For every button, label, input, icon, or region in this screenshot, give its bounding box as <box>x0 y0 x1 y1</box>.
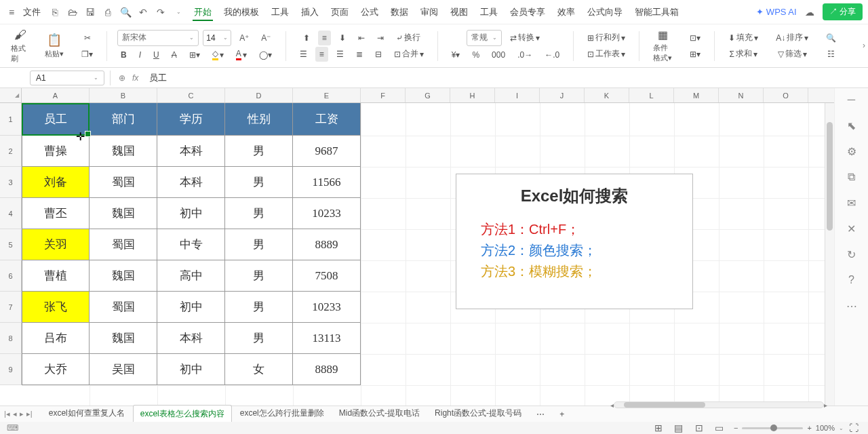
align-bottom-button[interactable]: ⬇ <box>335 31 350 45</box>
align-top-button[interactable]: ⬆ <box>299 31 314 45</box>
select-all-corner[interactable]: ◢ <box>0 88 22 103</box>
data-cell[interactable]: 刘备 <box>22 167 90 198</box>
paste-button[interactable]: 📋粘贴▾ <box>41 31 68 61</box>
data-cell[interactable]: 8889 <box>293 229 361 260</box>
col-header-N[interactable]: N <box>719 88 764 102</box>
header-cell[interactable]: 性别 <box>225 103 293 136</box>
sheet-tab[interactable]: Right函数公式-提取号码 <box>428 405 528 423</box>
header-cell[interactable]: 工资 <box>293 103 361 136</box>
cond-format-button[interactable]: ▦条件格式▾ <box>649 31 676 61</box>
indent-decrease-button[interactable]: ⇤ <box>354 31 369 45</box>
data-cell[interactable]: 13113 <box>293 323 361 354</box>
sum-button[interactable]: Σ 求和▾ <box>725 47 761 62</box>
menu-视图[interactable]: 视图 <box>449 3 469 21</box>
redo-icon[interactable]: ↷ <box>155 6 167 18</box>
cursor-icon[interactable]: ⬉ <box>844 118 859 133</box>
zoom-slider[interactable] <box>742 427 803 429</box>
data-cell[interactable]: 本科 <box>157 323 225 354</box>
cell-style-button[interactable]: ⊡▾ <box>686 31 705 45</box>
share-button[interactable]: ↗ 分享 <box>823 3 863 20</box>
fx-icon[interactable]: fx <box>132 73 138 83</box>
data-cell[interactable]: 女 <box>225 354 293 385</box>
font-family-select[interactable]: 新宋体⌄ <box>117 30 199 46</box>
data-cell[interactable]: 男 <box>225 229 293 260</box>
font-size-select[interactable]: 14⌄ <box>203 30 231 46</box>
strike-button[interactable]: A <box>167 47 181 62</box>
sheet-tab[interactable]: excel如何查重复人名 <box>42 405 132 423</box>
name-box[interactable]: A1⌄ <box>30 71 104 85</box>
new-icon[interactable]: ⎘ <box>49 6 61 18</box>
print-icon[interactable]: ⎙ <box>102 6 114 18</box>
find-button[interactable]: 🔍 <box>822 31 840 45</box>
formula-input[interactable]: 员工 <box>144 72 861 84</box>
vertical-scrollbar[interactable] <box>825 103 834 410</box>
more-panel-icon[interactable]: ⋯ <box>844 298 859 313</box>
data-cell[interactable]: 男 <box>225 136 293 167</box>
row-header-4[interactable]: 4 <box>0 198 22 229</box>
fullscreen-icon[interactable]: ⛶ <box>848 422 860 434</box>
horizontal-scrollbar[interactable]: ◂ ▸ <box>610 400 827 410</box>
row-header-3[interactable]: 3 <box>0 167 22 198</box>
data-cell[interactable]: 初中 <box>157 292 225 323</box>
row-header-8[interactable]: 8 <box>0 323 22 354</box>
cut-button[interactable]: ✂ <box>80 31 95 45</box>
row-header-5[interactable]: 5 <box>0 229 22 260</box>
merge-button[interactable]: ⊡合并▾ <box>390 47 428 62</box>
spreadsheet-grid[interactable]: ◢ ABCDEFGHIJKLMNO 123456789 员工部门学历性别工资曹操… <box>0 88 834 410</box>
data-cell[interactable]: 张飞 <box>22 292 90 323</box>
floating-text-box[interactable]: Excel如何搜索方法1：Ctrl+F；方法2：颜色搜索；方法3：模糊搜索； <box>456 174 693 309</box>
header-cell[interactable]: 学历 <box>157 103 225 136</box>
col-header-C[interactable]: C <box>157 88 225 102</box>
comma-button[interactable]: 000 <box>488 47 509 62</box>
table-style-button[interactable]: ⊞▾ <box>686 47 705 62</box>
indent-increase-button[interactable]: ⇥ <box>373 31 388 45</box>
history-icon[interactable]: ↻ <box>844 247 859 262</box>
align-right-button[interactable]: ☰ <box>332 47 348 62</box>
data-cell[interactable]: 蜀国 <box>90 167 157 198</box>
italic-button[interactable]: I <box>135 47 145 62</box>
data-cell[interactable]: 魏国 <box>90 198 157 229</box>
rowcol-button[interactable]: ⊞ 行和列▾ <box>583 31 629 45</box>
data-cell[interactable]: 11566 <box>293 167 361 198</box>
clear-format-button[interactable]: ◯▾ <box>255 47 276 62</box>
col-header-K[interactable]: K <box>585 88 629 102</box>
col-header-J[interactable]: J <box>540 88 585 102</box>
data-cell[interactable]: 初中 <box>157 354 225 385</box>
data-cell[interactable]: 男 <box>225 260 293 292</box>
tab-next-icon[interactable]: ▸ <box>20 410 24 418</box>
view-page-icon[interactable]: ▤ <box>673 422 685 434</box>
menu-会员专享[interactable]: 会员专享 <box>509 3 547 21</box>
zoom-in-button[interactable]: + <box>807 424 811 432</box>
decrease-font-button[interactable]: A⁻ <box>257 31 275 45</box>
convert-button[interactable]: ⇄转换▾ <box>506 31 544 45</box>
data-cell[interactable]: 魏国 <box>90 323 157 354</box>
data-cell[interactable]: 本科 <box>157 167 225 198</box>
data-cell[interactable]: 男 <box>225 167 293 198</box>
col-header-B[interactable]: B <box>90 88 157 102</box>
menu-数据[interactable]: 数据 <box>389 3 410 21</box>
tab-last-icon[interactable]: ▸| <box>26 410 33 418</box>
zoom-out-button[interactable]: − <box>734 424 738 432</box>
header-cell[interactable]: 部门 <box>90 103 157 136</box>
data-cell[interactable]: 中专 <box>157 229 225 260</box>
currency-button[interactable]: ¥▾ <box>448 47 465 62</box>
menu-工具[interactable]: 工具 <box>479 3 499 21</box>
sort-button[interactable]: A↓ 排序▾ <box>772 31 812 45</box>
view-read-icon[interactable]: ▭ <box>713 422 726 434</box>
menu-页面[interactable]: 页面 <box>330 3 350 21</box>
col-header-M[interactable]: M <box>674 88 719 102</box>
zoom-cell-icon[interactable]: ⊕ <box>119 73 125 83</box>
header-cell[interactable]: 员工 <box>22 103 90 136</box>
underline-button[interactable]: U <box>149 47 163 62</box>
data-cell[interactable]: 曹植 <box>22 260 90 292</box>
menu-智能工具箱[interactable]: 智能工具箱 <box>633 3 680 21</box>
col-header-D[interactable]: D <box>225 88 293 102</box>
data-cell[interactable]: 男 <box>225 292 293 323</box>
settings-icon[interactable]: ⚙ <box>844 144 859 159</box>
worksheet-button[interactable]: ⊡ 工作表▾ <box>583 47 629 62</box>
filter-button[interactable]: ▽ 筛选▾ <box>774 47 811 62</box>
layers-icon[interactable]: ⧉ <box>844 170 859 184</box>
data-cell[interactable]: 10233 <box>293 292 361 323</box>
tab-prev-icon[interactable]: ◂ <box>13 410 17 418</box>
menu-审阅[interactable]: 审阅 <box>419 3 439 21</box>
